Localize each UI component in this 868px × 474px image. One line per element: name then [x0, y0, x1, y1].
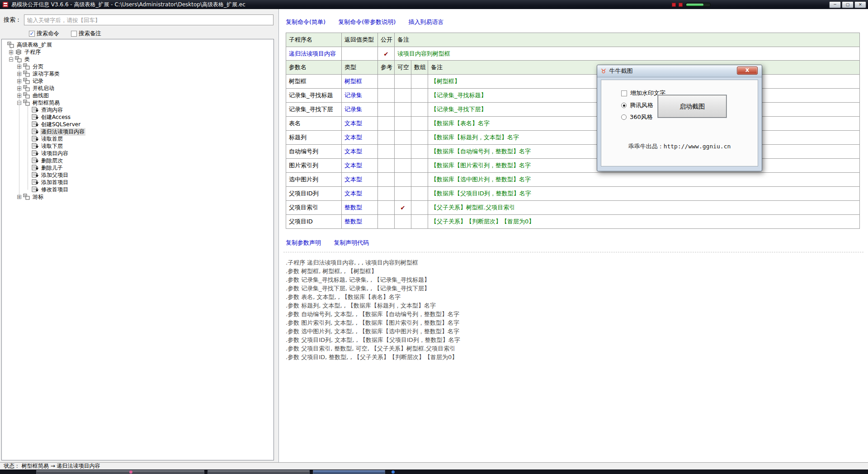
- tree-item-label: 读取下层: [40, 142, 64, 150]
- param-remark-cell: 【数据库【父项目ID列，整数型】名字: [428, 187, 860, 201]
- table-row[interactable]: 记录集_寻找下层记录集【记录集_寻找下层】: [286, 103, 860, 117]
- maximize-button[interactable]: ▢: [842, 1, 854, 8]
- module-icon: [23, 78, 30, 84]
- tree-item-label: 游标: [32, 193, 44, 201]
- code-line: .参数 父项目ID列, 文本型, , 【数据库【父项目ID列，整数型】名字: [286, 336, 460, 344]
- tree-item[interactable]: +曲线图: [2, 92, 274, 99]
- tree-item[interactable]: −树型框简易: [2, 99, 274, 106]
- table-row[interactable]: 选中图片列文本型【数据库【选中图片列，整数型】名字: [286, 173, 860, 187]
- expand-plus-icon[interactable]: +: [17, 94, 21, 98]
- tree-item[interactable]: +滚动字幕类: [2, 70, 274, 77]
- copy-param-declaration-link[interactable]: 复制参数声明: [286, 239, 321, 246]
- expand-plus-icon[interactable]: +: [17, 72, 21, 76]
- code-line: .子程序 递归法读项目内容, , , 读项目内容到树型框: [286, 258, 460, 267]
- method-document-icon: [32, 136, 38, 142]
- tree-item[interactable]: 添加首项目: [2, 179, 274, 186]
- table-row[interactable]: 记录集_寻找标题记录集【记录集_寻找标题】: [286, 89, 860, 103]
- tree-item-label: 删除儿子: [40, 164, 64, 172]
- style-360-radio[interactable]: 360风格: [621, 113, 653, 121]
- table-row[interactable]: 表名文本型【数据库【表名】名字: [286, 117, 860, 131]
- table-row[interactable]: 父项目ID列文本型【数据库【父项目ID列，整数型】名字: [286, 187, 860, 201]
- search-note-checkbox[interactable]: 搜索备注: [71, 30, 101, 38]
- taskbar-app-icon[interactable]: [392, 470, 395, 474]
- param-byref-check: [378, 103, 395, 117]
- method-document-icon: [32, 157, 38, 164]
- tree-item[interactable]: 创建Access: [2, 114, 274, 121]
- param-type-cell: 整数型: [342, 201, 378, 215]
- method-document-icon: [32, 128, 38, 135]
- tree-item[interactable]: +游标: [2, 193, 274, 200]
- collapse-minus-icon[interactable]: −: [9, 57, 13, 62]
- param-name-cell: 树型框: [286, 75, 342, 89]
- minimize-button[interactable]: ─: [829, 1, 841, 8]
- taskbar-item[interactable]: [36, 470, 204, 474]
- table-row[interactable]: 标题列文本型【数据库【标题列，文本型】名字: [286, 131, 860, 145]
- performance-gauge: [685, 3, 711, 7]
- table-row[interactable]: 自动编号列文本型【数据库【自动编号列，整数型】名字: [286, 145, 860, 159]
- module-tree[interactable]: 高级表格_扩展+子程序−类+分页+滚动字幕类+记录+开机启动+曲线图−树型框简易…: [1, 39, 274, 460]
- param-name-cell: 记录集_寻找标题: [286, 89, 342, 103]
- tree-item[interactable]: +记录: [2, 77, 274, 85]
- tencent-style-radio[interactable]: 腾讯风格: [621, 101, 653, 109]
- tree-item[interactable]: 读取下层: [2, 142, 274, 150]
- tree-item[interactable]: 创建SQLServer: [2, 121, 274, 128]
- dialog-close-button[interactable]: X: [737, 66, 758, 75]
- table-header-row: 子程序名 返回值类型 公开 备注: [286, 33, 860, 47]
- method-document-icon: [32, 172, 38, 178]
- tree-item[interactable]: +子程序: [2, 48, 274, 56]
- copy-declaration-code-link[interactable]: 复制声明代码: [334, 239, 369, 246]
- param-remark-cell: 【父子关系】树型框.父项目索引: [428, 201, 860, 215]
- search-input[interactable]: [24, 14, 274, 25]
- collapse-minus-icon[interactable]: −: [17, 101, 21, 105]
- copy-command-simple-link[interactable]: 复制命令(简单): [286, 19, 326, 25]
- tree-item[interactable]: 高级表格_扩展: [2, 41, 274, 48]
- table-row[interactable]: 父项目ID整数型【父子关系】【判断层次】【首层为0】: [286, 215, 860, 229]
- expand-plus-icon[interactable]: +: [17, 86, 21, 90]
- param-byref-check: [378, 201, 395, 215]
- tree-item[interactable]: 递归法读项目内容: [2, 128, 274, 135]
- tree-item[interactable]: 读项目内容: [2, 150, 274, 157]
- right-panel: 复制命令(简单) 复制命令(带参数说明) 插入到易语言 子程序名 返回值类型 公…: [278, 9, 868, 462]
- tree-item[interactable]: 添加父项目: [2, 171, 274, 179]
- tree-item[interactable]: −类: [2, 56, 274, 63]
- search-command-checkbox[interactable]: ✓ 搜索命令: [29, 30, 59, 38]
- method-document-icon: [32, 121, 38, 128]
- declare-link-row: 复制参数声明 复制声明代码: [286, 239, 380, 247]
- taskbar[interactable]: [0, 469, 868, 474]
- tree-item-label: 高级表格_扩展: [16, 41, 53, 49]
- tree-item-label: 读项目内容: [40, 150, 69, 157]
- taskbar-item[interactable]: [208, 470, 310, 474]
- param-nullable-check: [395, 145, 411, 159]
- param-type-cell: 文本型: [342, 117, 378, 131]
- tree-item[interactable]: +开机启动: [2, 85, 274, 92]
- table-row[interactable]: 父项目索引整数型✔【父子关系】树型框.父项目索引: [286, 201, 860, 215]
- subroutine-stack-icon: [15, 49, 22, 55]
- param-name-cell: 图片索引列: [286, 159, 342, 173]
- tree-item[interactable]: 删除儿子: [2, 164, 274, 171]
- tree-item[interactable]: 查询内容: [2, 106, 274, 114]
- expand-plus-icon[interactable]: +: [17, 195, 21, 199]
- param-name-cell: 自动编号列: [286, 145, 342, 159]
- tree-item[interactable]: +分页: [2, 63, 274, 70]
- window-titlebar[interactable]: 易模块公开信息 V3.6.6 - 高级表格_扩展 - C:\Users\Admi…: [0, 0, 868, 9]
- expand-plus-icon[interactable]: +: [17, 65, 21, 69]
- code-line: .参数 父项目ID, 整数型, , 【父子关系】【判断层次】【首层为0】: [286, 353, 460, 361]
- table-row[interactable]: 递归法读项目内容 ✔ 读项目内容到树型框: [286, 47, 860, 61]
- table-row[interactable]: 图片索引列文本型【数据库【图片索引列，整数型】名字: [286, 159, 860, 173]
- tree-item[interactable]: 读取首层: [2, 135, 274, 142]
- close-button[interactable]: ✕: [854, 1, 866, 8]
- taskbar-app-icon[interactable]: [129, 470, 132, 474]
- start-capture-button[interactable]: 启动截图: [658, 95, 726, 118]
- insert-to-elang-link[interactable]: 插入到易语言: [409, 19, 444, 25]
- param-name-cell: 选中图片列: [286, 173, 342, 187]
- tree-item[interactable]: 修改首项目: [2, 186, 274, 193]
- expand-plus-icon[interactable]: +: [9, 50, 13, 54]
- expand-plus-icon[interactable]: +: [17, 79, 21, 83]
- module-icon: [23, 100, 30, 106]
- copy-command-params-link[interactable]: 复制命令(带参数说明): [338, 19, 396, 25]
- taskbar-item[interactable]: [313, 470, 385, 474]
- table-row[interactable]: 树型框树型框【树型框】: [286, 75, 860, 89]
- tree-item[interactable]: 删除层次: [2, 157, 274, 164]
- param-nullable-check: ✔: [395, 201, 411, 215]
- module-icon: [23, 71, 30, 77]
